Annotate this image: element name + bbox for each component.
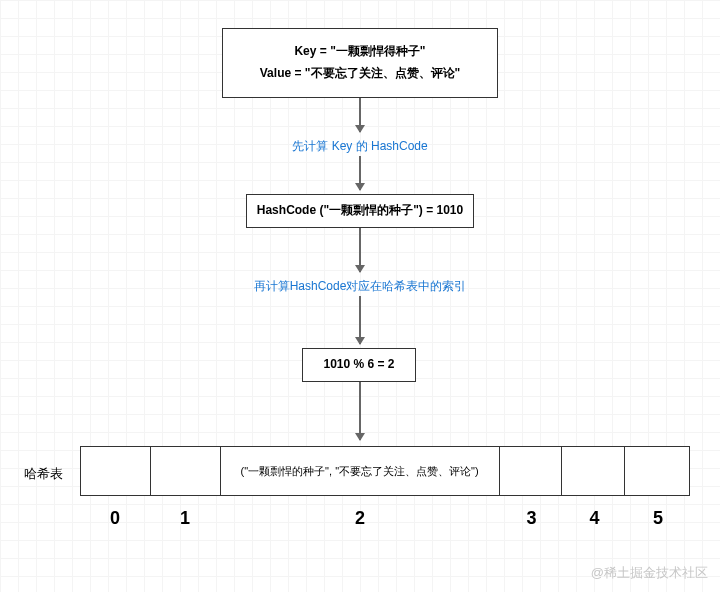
bucket-0	[81, 447, 151, 495]
bucket-3	[500, 447, 563, 495]
hash-table-label: 哈希表	[24, 465, 63, 483]
bucket-2: ("一颗剽悍的种子", "不要忘了关注、点赞、评论")	[221, 447, 500, 495]
arrow-1a	[359, 98, 361, 132]
diagram-canvas: Key = "一颗剽悍得种子" Value = "不要忘了关注、点赞、评论" 先…	[0, 0, 720, 592]
index-4: 4	[563, 504, 626, 532]
index-1: 1	[150, 504, 220, 532]
hashcode-box: HashCode ("一颗剽悍的种子") = 1010	[246, 194, 474, 228]
note-index: 再计算HashCode对应在哈希表中的索引	[244, 278, 476, 295]
bucket-5	[625, 447, 689, 495]
bucket-1	[151, 447, 221, 495]
index-3: 3	[500, 504, 563, 532]
bucket-4	[562, 447, 625, 495]
index-5: 5	[626, 504, 690, 532]
index-0: 0	[80, 504, 150, 532]
arrow-3	[359, 382, 361, 440]
arrow-2b	[359, 296, 361, 344]
arrow-2a	[359, 228, 361, 272]
index-row: 0 1 2 3 4 5	[80, 504, 690, 532]
watermark: @稀土掘金技术社区	[591, 564, 708, 582]
hash-table: ("一颗剽悍的种子", "不要忘了关注、点赞、评论")	[80, 446, 690, 496]
kv-value-line: Value = "不要忘了关注、点赞、评论"	[260, 63, 460, 85]
index-2: 2	[220, 504, 500, 532]
kv-box: Key = "一颗剽悍得种子" Value = "不要忘了关注、点赞、评论"	[222, 28, 498, 98]
arrow-1b	[359, 156, 361, 190]
note-hashcode: 先计算 Key 的 HashCode	[280, 138, 440, 155]
kv-key-line: Key = "一颗剽悍得种子"	[294, 41, 425, 63]
modulo-box: 1010 % 6 = 2	[302, 348, 416, 382]
